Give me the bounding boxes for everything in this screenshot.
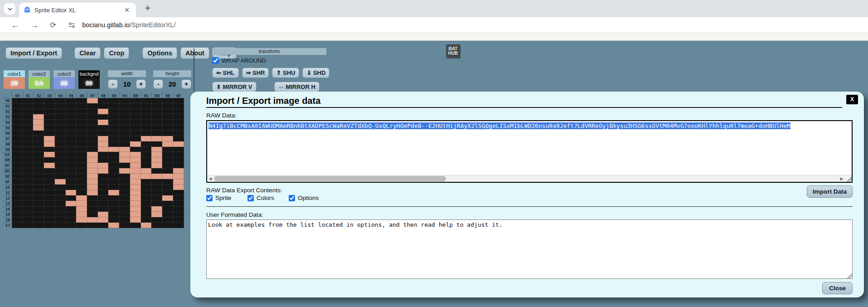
grid-cell-11-02[interactable] bbox=[33, 190, 44, 195]
user-formatted-textarea[interactable]: Look at examples from the list located i… bbox=[206, 219, 853, 279]
grid-cell-16-0E[interactable] bbox=[162, 217, 173, 223]
grid-cell-0A-06[interactable] bbox=[76, 152, 87, 157]
grid-cell-0F-04[interactable] bbox=[55, 179, 66, 185]
grid-cell-0A-08[interactable] bbox=[98, 152, 109, 157]
grid-cell-08-0F[interactable] bbox=[173, 141, 184, 147]
grid-cell-04-03[interactable] bbox=[44, 120, 55, 125]
grid-cell-01-0E[interactable] bbox=[162, 103, 173, 109]
grid-cell-13-05[interactable] bbox=[66, 201, 77, 206]
grid-cell-17-00[interactable] bbox=[12, 223, 23, 228]
grid-cell-17-05[interactable] bbox=[66, 223, 77, 228]
grid-cell-09-0B[interactable] bbox=[130, 147, 141, 152]
grid-cell-0F-03[interactable] bbox=[44, 179, 55, 185]
grid-cell-09-03[interactable] bbox=[44, 147, 55, 152]
grid-cell-0E-0A[interactable] bbox=[119, 174, 130, 179]
grid-cell-09-00[interactable] bbox=[12, 147, 23, 152]
grid-cell-15-0E[interactable] bbox=[162, 212, 173, 217]
grid-cell-00-00[interactable] bbox=[12, 98, 23, 103]
grid-cell-13-07[interactable] bbox=[87, 201, 98, 206]
grid-cell-0D-03[interactable] bbox=[44, 168, 55, 174]
grid-cell-17-07[interactable] bbox=[87, 223, 98, 228]
grid-cell-09-01[interactable] bbox=[23, 147, 34, 152]
grid-cell-0B-0E[interactable] bbox=[162, 157, 173, 163]
grid-cell-0A-0A[interactable] bbox=[119, 152, 130, 157]
grid-cell-15-01[interactable] bbox=[23, 212, 34, 217]
grid-cell-0D-01[interactable] bbox=[23, 168, 34, 174]
resize-grip-icon[interactable] bbox=[846, 176, 852, 182]
grid-cell-13-04[interactable] bbox=[55, 201, 66, 206]
grid-cell-10-08[interactable] bbox=[98, 185, 109, 190]
grid-cell-05-0A[interactable] bbox=[119, 125, 130, 131]
grid-cell-12-0F[interactable] bbox=[173, 195, 184, 201]
grid-cell-0D-05[interactable] bbox=[66, 168, 77, 174]
grid-cell-0F-07[interactable] bbox=[87, 179, 98, 185]
grid-cell-0A-01[interactable] bbox=[23, 152, 34, 157]
grid-cell-11-04[interactable] bbox=[55, 190, 66, 195]
grid-cell-08-0B[interactable] bbox=[130, 141, 141, 147]
grid-cell-01-02[interactable] bbox=[33, 103, 44, 109]
grid-cell-17-0F[interactable] bbox=[173, 223, 184, 228]
grid-cell-0A-05[interactable] bbox=[66, 152, 77, 157]
grid-cell-0C-08[interactable] bbox=[98, 163, 109, 168]
grid-cell-10-06[interactable] bbox=[76, 185, 87, 190]
grid-cell-15-05[interactable] bbox=[66, 212, 77, 217]
scroll-right-arrow-icon[interactable]: ▶ bbox=[839, 175, 845, 182]
grid-cell-0F-00[interactable] bbox=[12, 179, 23, 185]
grid-cell-10-0E[interactable] bbox=[162, 185, 173, 190]
grid-cell-07-0D[interactable] bbox=[151, 136, 162, 141]
grid-cell-05-06[interactable] bbox=[76, 125, 87, 131]
color2-label[interactable]: color2 bbox=[29, 70, 50, 77]
grid-cell-04-06[interactable] bbox=[76, 120, 87, 125]
grid-cell-08-0D[interactable] bbox=[151, 141, 162, 147]
grid-cell-0E-0B[interactable] bbox=[130, 174, 141, 179]
grid-cell-01-03[interactable] bbox=[44, 103, 55, 109]
grid-cell-10-02[interactable] bbox=[33, 185, 44, 190]
grid-cell-10-0B[interactable] bbox=[130, 185, 141, 190]
grid-cell-0A-0F[interactable] bbox=[173, 152, 184, 157]
crop-button[interactable]: Crop bbox=[104, 47, 129, 59]
grid-cell-07-0B[interactable] bbox=[130, 136, 141, 141]
grid-cell-12-06[interactable] bbox=[76, 195, 87, 201]
grid-cell-03-01[interactable] bbox=[23, 114, 34, 120]
grid-cell-02-0C[interactable] bbox=[141, 109, 152, 114]
grid-cell-11-0E[interactable] bbox=[162, 190, 173, 195]
grid-cell-00-04[interactable] bbox=[55, 98, 66, 103]
import-export-button[interactable]: Import / Export bbox=[5, 47, 62, 59]
grid-cell-11-0F[interactable] bbox=[173, 190, 184, 195]
grid-cell-01-0B[interactable] bbox=[130, 103, 141, 109]
grid-cell-0E-0D[interactable] bbox=[151, 174, 162, 179]
grid-cell-11-00[interactable] bbox=[12, 190, 23, 195]
grid-cell-0D-0D[interactable] bbox=[151, 168, 162, 174]
grid-cell-0F-08[interactable] bbox=[98, 179, 109, 185]
grid-cell-0E-0F[interactable] bbox=[173, 174, 184, 179]
grid-cell-17-04[interactable] bbox=[55, 223, 66, 228]
grid-cell-0E-02[interactable] bbox=[33, 174, 44, 179]
grid-cell-07-00[interactable] bbox=[12, 136, 23, 141]
grid-cell-08-01[interactable] bbox=[23, 141, 34, 147]
grid-cell-16-09[interactable] bbox=[108, 217, 119, 223]
grid-cell-15-02[interactable] bbox=[33, 212, 44, 217]
grid-cell-14-0F[interactable] bbox=[173, 206, 184, 212]
grid-cell-05-05[interactable] bbox=[66, 125, 77, 131]
grid-cell-14-0E[interactable] bbox=[162, 206, 173, 212]
grid-cell-16-0B[interactable] bbox=[130, 217, 141, 223]
grid-cell-15-07[interactable] bbox=[87, 212, 98, 217]
grid-cell-0E-07[interactable] bbox=[87, 174, 98, 179]
grid-cell-09-0A[interactable] bbox=[119, 147, 130, 152]
grid-cell-13-0B[interactable] bbox=[130, 201, 141, 206]
grid-cell-0B-08[interactable] bbox=[98, 157, 109, 163]
grid-cell-09-07[interactable] bbox=[87, 147, 98, 152]
grid-cell-0C-04[interactable] bbox=[55, 163, 66, 168]
grid-cell-00-01[interactable] bbox=[23, 98, 34, 103]
color2-swatch[interactable]: CA bbox=[29, 77, 50, 89]
grid-cell-0A-03[interactable] bbox=[44, 152, 55, 157]
grid-cell-0A-04[interactable] bbox=[55, 152, 66, 157]
grid-cell-13-0A[interactable] bbox=[119, 201, 130, 206]
grid-cell-0E-04[interactable] bbox=[55, 174, 66, 179]
grid-cell-14-0C[interactable] bbox=[141, 206, 152, 212]
grid-cell-11-08[interactable] bbox=[98, 190, 109, 195]
grid-cell-00-0F[interactable] bbox=[173, 98, 184, 103]
grid-cell-06-0A[interactable] bbox=[119, 131, 130, 136]
width-minus-button[interactable]: - bbox=[108, 79, 118, 89]
grid-cell-0A-0C[interactable] bbox=[141, 152, 152, 157]
